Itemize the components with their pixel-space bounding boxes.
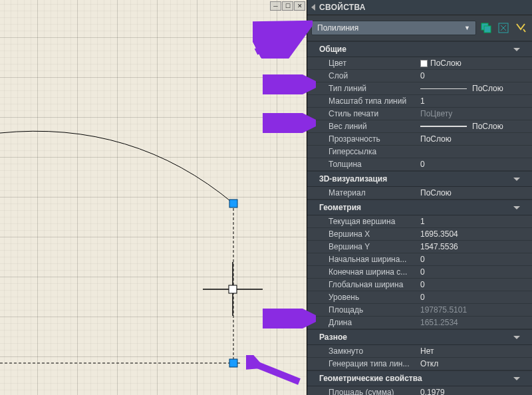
svg-rect-4 bbox=[229, 285, 237, 293]
section-geometry[interactable]: Геометрия bbox=[307, 199, 532, 215]
window-controls: ─ ☐ ✕ bbox=[270, 1, 305, 11]
select-objects-icon[interactable] bbox=[496, 21, 511, 35]
annotation-arrow bbox=[263, 113, 316, 133]
annotation-arrow bbox=[263, 74, 316, 94]
section-misc[interactable]: Разное bbox=[307, 329, 532, 345]
section-general[interactable]: Общие bbox=[307, 41, 532, 57]
prop-global-width[interactable]: Глобальная ширина 0 bbox=[307, 279, 532, 291]
chevron-down-icon: ▼ bbox=[464, 25, 470, 31]
toggle-pickadd-icon[interactable] bbox=[479, 21, 493, 35]
properties-panel: СВОЙСТВА Полилиния ▼ Общие Цвет ПоСлою С… bbox=[307, 0, 532, 395]
prop-start-width[interactable]: Начальная ширина... 0 bbox=[307, 253, 532, 266]
prop-ltgen[interactable]: Генерация типа лин... Откл bbox=[307, 358, 532, 370]
svg-line-9 bbox=[253, 363, 299, 382]
chevron-down-icon bbox=[513, 377, 520, 380]
annotation-arrow bbox=[246, 355, 306, 388]
chevron-down-icon bbox=[513, 48, 520, 51]
prop-plotstyle[interactable]: Стиль печати ПоЦвету bbox=[307, 108, 532, 120]
section-geomprops[interactable]: Геометрические свойства bbox=[307, 370, 532, 386]
chevron-down-icon bbox=[513, 206, 520, 209]
minimize-button[interactable]: ─ bbox=[270, 1, 281, 11]
prop-vertex-x[interactable]: Вершина X 1695.3504 bbox=[307, 228, 532, 241]
prop-layer[interactable]: Слой 0 bbox=[307, 70, 532, 82]
object-type-selector[interactable]: Полилиния ▼ bbox=[311, 21, 476, 35]
panel-title: СВОЙСТВА bbox=[319, 3, 366, 12]
quick-select-icon[interactable] bbox=[513, 21, 528, 35]
svg-rect-11 bbox=[484, 26, 491, 33]
chevron-down-icon bbox=[513, 178, 520, 181]
grip-handle-top bbox=[229, 199, 237, 207]
prop-hyperlink[interactable]: Гиперссылка bbox=[307, 146, 532, 158]
prop-elevation[interactable]: Уровень 0 bbox=[307, 291, 532, 304]
svg-line-5 bbox=[256, 27, 305, 52]
annotation-arrow bbox=[253, 19, 313, 59]
prop-current-vertex[interactable]: Текущая вершина 1 bbox=[307, 215, 532, 228]
prop-transparency[interactable]: Прозрачность ПоСлою bbox=[307, 133, 532, 146]
prop-area-sum[interactable]: Площадь (сумма) 0.1979 bbox=[307, 386, 532, 395]
panel-titlebar[interactable]: СВОЙСТВА bbox=[307, 0, 532, 15]
prop-material[interactable]: Материал ПоСлою bbox=[307, 187, 532, 199]
lineweight-sample bbox=[420, 126, 467, 127]
color-swatch bbox=[420, 60, 428, 67]
chevron-down-icon bbox=[513, 336, 520, 339]
prop-lineweight[interactable]: Вес линий ПоСлою bbox=[307, 120, 532, 133]
prop-color[interactable]: Цвет ПоСлою bbox=[307, 57, 532, 70]
drawing-canvas[interactable]: ─ ☐ ✕ bbox=[0, 0, 307, 395]
prop-linetype[interactable]: Тип линий ПоСлою bbox=[307, 82, 532, 95]
prop-length[interactable]: Длина 1651.2534 bbox=[307, 317, 532, 329]
close-button[interactable]: ✕ bbox=[294, 1, 305, 11]
section-3dvis[interactable]: 3D-визуализация bbox=[307, 171, 532, 187]
prop-area[interactable]: Площадь 197875.5101 bbox=[307, 304, 532, 317]
maximize-button[interactable]: ☐ bbox=[282, 1, 293, 11]
drawing-overlay bbox=[0, 0, 307, 395]
prop-closed[interactable]: Замкнуто Нет bbox=[307, 345, 532, 358]
selector-value: Полилиния bbox=[317, 23, 358, 33]
prop-vertex-y[interactable]: Вершина Y 1547.5536 bbox=[307, 241, 532, 253]
prop-ltscale[interactable]: Масштаб типа линий 1 bbox=[307, 95, 532, 108]
grip-handle-bottom bbox=[229, 359, 237, 367]
collapse-icon bbox=[311, 4, 315, 11]
linetype-sample bbox=[420, 88, 467, 89]
prop-end-width[interactable]: Конечная ширина с... 0 bbox=[307, 266, 532, 279]
prop-thickness[interactable]: Толщина 0 bbox=[307, 158, 532, 171]
annotation-arrow bbox=[263, 309, 316, 329]
